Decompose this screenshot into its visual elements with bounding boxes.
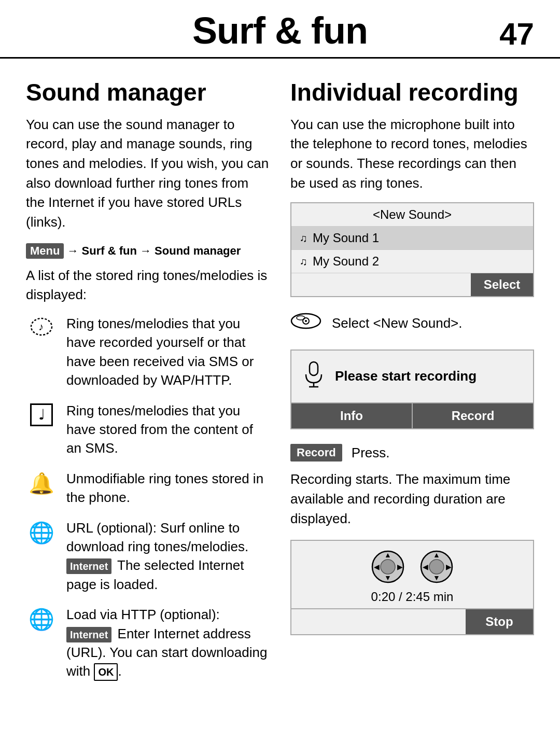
sound-manager-intro: You can use the sound manager to record,… [26,115,270,232]
icon-list: ♪ Ring tones/melodies that you have reco… [26,314,270,681]
music-note-icon-2: ♫ [300,256,307,268]
sound-list-box: <New Sound> ♫ My Sound 1 ♫ My Sound 2 Se… [290,202,534,297]
sound-list-item-1: ♫ My Sound 1 [291,227,533,250]
recording-time-label: 0:20 / 2:45 min [291,588,533,608]
recording-box: Please start recording Info Record [290,349,534,429]
svg-text:▲: ▲ [433,551,440,559]
individual-recording-title: Individual recording [290,79,534,106]
svg-text:◀: ◀ [374,563,380,571]
music-note-icon-1: ♫ [300,232,307,244]
list-item-text: Unmodifiable ring tones stored in the ph… [66,469,270,507]
record-badge: Record [290,444,342,462]
svg-text:▲: ▲ [384,551,391,559]
breadcrumb-path: → Surf & fun → Sound manager [67,244,241,258]
list-item-text: Ring tones/melodies that you have stored… [66,401,270,458]
svg-point-10 [381,560,395,574]
svg-point-4 [305,320,307,322]
select-row: Select [291,273,533,296]
left-column: Sound manager You can use the sound mana… [26,79,270,692]
svg-point-16 [429,560,444,574]
microphone-icon [302,360,326,393]
svg-text:♪: ♪ [38,321,44,332]
bell-icon: 🔔 [26,469,57,496]
list-item: ♩ Ring tones/melodies that you have stor… [26,401,270,458]
sound-list-item-2: ♫ My Sound 2 [291,250,533,273]
camera-icon [290,312,321,335]
list-item: 🌐 URL (optional): Surf online to downloa… [26,519,270,594]
svg-text:▶: ▶ [397,563,403,571]
svg-point-5 [297,316,305,320]
internet-badge: Internet [66,558,111,574]
svg-text:◀: ◀ [423,563,428,571]
record-press-row: Record Press. [290,444,534,462]
note-icon: ♩ [26,401,57,426]
record-button[interactable]: Record [413,403,533,428]
right-column: Individual recording You can use the mic… [290,79,534,692]
menu-breadcrumb: Menu → Surf & fun → Sound manager [26,243,241,259]
recording-status-text: Please start recording [335,368,477,385]
list-item-text: Load via HTTP (optional): Internet Enter… [66,605,270,681]
list-item: 🌐 Load via HTTP (optional): Internet Ent… [26,605,270,681]
svg-text:▼: ▼ [384,574,391,582]
recording-box-inner: Please start recording [291,351,533,402]
page-title: Surf & fun [192,9,368,52]
svg-text:▼: ▼ [433,574,440,582]
list-item-text: URL (optional): Surf online to download … [66,519,270,594]
recording-description: Recording starts. The maximum time avail… [290,470,534,528]
nav-icons-row: ▲ ▼ ◀ ▶ ▲ ▼ ◀ ▶ [291,541,533,588]
menu-tag: Menu [26,243,64,259]
list-item: 🔔 Unmodifiable ring tones stored in the … [26,469,270,507]
ok-badge: OK [94,663,118,681]
sound-list-header: <New Sound> [291,203,533,227]
sound-item-2-label: My Sound 2 [313,254,379,269]
press-text: Press. [352,445,390,461]
individual-recording-intro: You can use the microphone built into th… [290,115,534,193]
select-new-sound-text: Select <New Sound>. [332,315,463,331]
recording-time-box: ▲ ▼ ◀ ▶ ▲ ▼ ◀ ▶ [290,540,534,635]
main-content: Sound manager You can use the sound mana… [0,59,560,713]
recording-buttons: Info Record [291,402,533,428]
sound-item-1-label: My Sound 1 [313,231,379,245]
globe-icon: 🌐 [26,519,57,545]
internet-badge-2: Internet [66,627,111,642]
sound-manager-title: Sound manager [26,79,270,106]
stop-row: Stop [291,608,533,634]
page-number: 47 [499,16,534,52]
list-intro-text: A list of the stored ring tones/melodies… [26,266,270,305]
stop-button[interactable]: Stop [466,609,533,634]
page-header: Surf & fun 47 [0,0,560,59]
list-item-text: Ring tones/melodies that you have record… [66,314,270,390]
music-recorded-icon: ♪ [26,314,57,337]
list-item: ♪ Ring tones/melodies that you have reco… [26,314,270,390]
nav-pad-icon-2: ▲ ▼ ◀ ▶ [420,550,453,583]
svg-rect-6 [310,362,318,375]
select-button[interactable]: Select [471,273,533,296]
nav-pad-icon-1: ▲ ▼ ◀ ▶ [371,550,404,583]
globe-icon-2: 🌐 [26,605,57,632]
select-new-sound-row: Select <New Sound>. [290,312,534,335]
info-button[interactable]: Info [291,403,413,428]
svg-text:▶: ▶ [446,563,452,571]
